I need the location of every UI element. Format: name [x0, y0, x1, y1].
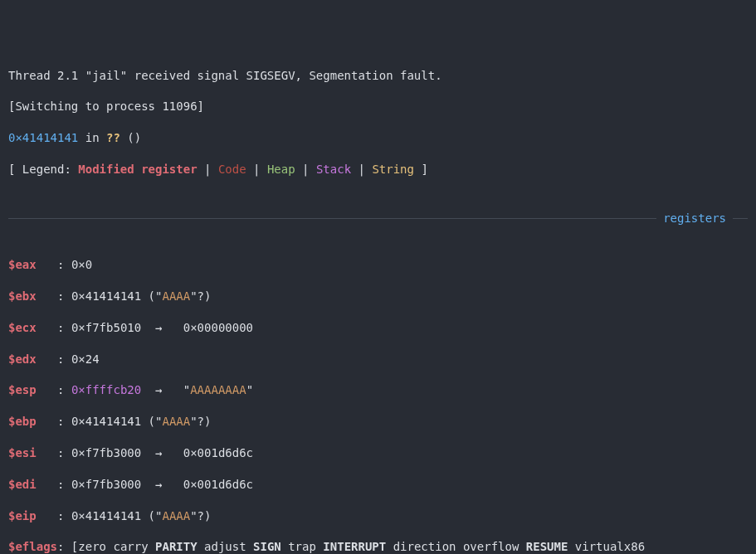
- legend-stack: Stack: [316, 163, 351, 176]
- reg-name: $esi: [8, 446, 37, 459]
- legend-sep-4: |: [351, 163, 372, 176]
- legend-line: [ Legend: Modified register | Code | Hea…: [8, 162, 748, 177]
- reg-ecx: $ecx : 0×f7fb5010 → 0×00000000: [8, 320, 748, 336]
- legend-code: Code: [218, 163, 246, 176]
- signal-line: Thread 2.1 "jail" received signal SIGSEG…: [8, 68, 748, 84]
- legend-string: String: [372, 163, 414, 176]
- reg-value: 0×24: [71, 352, 100, 366]
- reg-esp: $esp : 0×ffffcb20 → "AAAAAAAA": [8, 382, 748, 398]
- reg-name: $edx: [8, 352, 37, 366]
- flag-resume: RESUME: [526, 540, 568, 553]
- legend-sep-3: |: [295, 163, 316, 176]
- arrow-icon: →: [141, 383, 183, 396]
- legend-close: ]: [414, 163, 428, 176]
- reg-value: 0×f7fb3000: [71, 478, 141, 491]
- arrow-icon: →: [141, 321, 183, 334]
- legend-modified: Modified register: [78, 163, 197, 176]
- reg-name: $ebp: [8, 415, 37, 428]
- flag-interrupt: INTERRUPT: [323, 540, 386, 553]
- flag-parity: PARITY: [155, 540, 198, 553]
- reg-name: $ecx: [8, 321, 37, 334]
- reg-ebp: $ebp : 0×41414141 ("AAAA"?): [8, 414, 748, 430]
- legend-open: [ Legend:: [8, 163, 78, 176]
- deref-value: 0×001d6d6c: [183, 446, 253, 459]
- reg-name: $eflags: [8, 540, 57, 553]
- frame-addr: 0×41414141: [8, 131, 78, 144]
- in-word: in: [78, 131, 106, 144]
- paren: (): [120, 131, 141, 144]
- ascii-value: AAAA: [162, 509, 190, 522]
- arrow-icon: →: [141, 478, 183, 491]
- legend-sep-2: |: [246, 163, 267, 176]
- reg-eflags: $eflags: [zero carry PARITY adjust SIGN …: [8, 539, 748, 554]
- switching-line: [Switching to process 11096]: [8, 99, 748, 114]
- unknown-symbol: ??: [106, 131, 120, 144]
- arrow-icon: →: [141, 446, 183, 459]
- reg-value: 0×f7fb5010: [71, 321, 141, 334]
- reg-value: 0×0: [71, 258, 92, 271]
- reg-eip: $eip : 0×41414141 ("AAAA"?): [8, 508, 748, 524]
- legend-sep-1: |: [198, 163, 218, 176]
- ascii-value: AAAA: [162, 289, 190, 303]
- reg-name: $esp: [8, 383, 37, 396]
- deref-value: 0×001d6d6c: [183, 478, 253, 491]
- reg-name: $eip: [8, 509, 37, 522]
- frame-line: 0×41414141 in ?? (): [8, 130, 748, 146]
- reg-name: $eax: [8, 258, 37, 271]
- reg-value: 0×41414141: [71, 289, 141, 303]
- ascii-value: AAAAAAAA: [190, 383, 246, 396]
- reg-value: 0×41414141: [71, 509, 141, 522]
- deref-value: 0×00000000: [183, 321, 253, 334]
- section-label-registers: registers: [663, 211, 726, 226]
- reg-esi: $esi : 0×f7fb3000 → 0×001d6d6c: [8, 445, 748, 461]
- reg-edi: $edi : 0×f7fb3000 → 0×001d6d6c: [8, 477, 748, 493]
- flag-sign: SIGN: [253, 540, 281, 553]
- reg-value: 0×f7fb3000: [71, 446, 141, 459]
- reg-eax: $eax : 0×0: [8, 257, 748, 273]
- reg-name: $edi: [8, 478, 37, 491]
- reg-ebx: $ebx : 0×41414141 ("AAAA"?): [8, 289, 748, 304]
- legend-heap: Heap: [267, 163, 295, 176]
- ascii-value: AAAA: [162, 415, 190, 428]
- reg-value: 0×41414141: [71, 415, 141, 428]
- reg-edx: $edx : 0×24: [8, 352, 748, 367]
- reg-value: 0×ffffcb20: [71, 383, 141, 396]
- section-registers: registers: [8, 211, 748, 226]
- reg-name: $ebx: [8, 289, 37, 303]
